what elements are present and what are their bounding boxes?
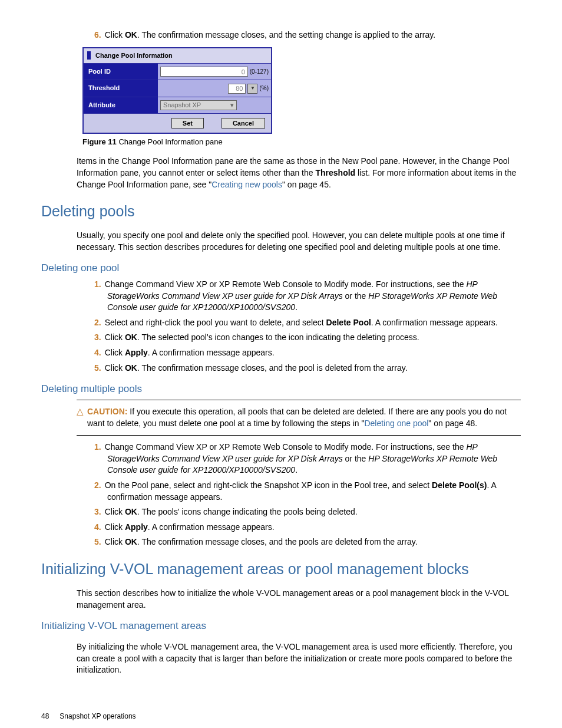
- step-number: 6.: [94, 30, 101, 39]
- ok-bold: OK: [125, 30, 137, 39]
- deleting-one-pool-steps: 1.Change Command View XP or XP Remote We…: [94, 279, 521, 374]
- intro-bold: Threshold: [315, 168, 355, 177]
- deleting-multiple-pools-steps: 1.Change Command View XP or XP Remote We…: [94, 442, 521, 548]
- step-text-a: Click: [105, 30, 125, 39]
- label-threshold: Threshold: [84, 80, 158, 96]
- threshold-unit: (%): [259, 84, 269, 93]
- t: Click: [105, 522, 125, 532]
- attribute-value: Snapshot XP: [163, 101, 201, 110]
- ok-bold: OK: [125, 537, 137, 546]
- init-vvol-desc: By initializing the whole V-VOL manageme…: [77, 641, 521, 676]
- t: . A confirmation message appears.: [371, 318, 498, 327]
- row-pool-id: Pool ID (0-127): [84, 64, 271, 80]
- subsection-deleting-multiple-pools: Deleting multiple pools: [41, 382, 521, 396]
- list-item: 3.Click OK. The pools' icons change indi…: [94, 506, 521, 518]
- field-pool-id: (0-127): [158, 64, 271, 80]
- initializing-desc: This section describes how to initialize…: [77, 588, 521, 611]
- deleting-pools-desc: Usually, you specify one pool and delete…: [77, 230, 521, 253]
- change-pool-info-dialog: Change Pool Information Pool ID (0-127) …: [82, 47, 272, 134]
- step-6: 6.Click OK. The confirmation message clo…: [94, 29, 521, 41]
- step-number: 2.: [94, 480, 101, 490]
- row-attribute: Attribute Snapshot XP ▾: [84, 97, 271, 114]
- subsection-init-vvol-areas: Initializing V-VOL management areas: [41, 619, 521, 633]
- t: or the: [343, 454, 369, 463]
- figure-number: Figure 11: [82, 137, 117, 146]
- caution-text: CAUTION: If you execute this operation, …: [87, 406, 521, 429]
- list-item: 4.Click Apply. A confirmation message ap…: [94, 347, 521, 359]
- label-attribute: Attribute: [84, 97, 158, 113]
- t: On the Pool pane, select and right-click…: [105, 480, 432, 490]
- label-pool-id: Pool ID: [84, 64, 158, 80]
- list-item: 2.Select and right-click the pool you wa…: [94, 317, 521, 329]
- t: .: [295, 465, 297, 475]
- step-number: 2.: [94, 318, 101, 327]
- dialog-button-row: Set Cancel: [84, 114, 271, 133]
- section-deleting-pools: Deleting pools: [41, 201, 521, 222]
- intro-c: " on page 45.: [282, 180, 331, 189]
- section-initializing-vvol: Initializing V-VOL management areas or p…: [41, 559, 521, 579]
- apply-bold: Apply: [125, 522, 148, 532]
- row-threshold: Threshold ▼ (%): [84, 80, 271, 97]
- subsection-deleting-one-pool: Deleting one pool: [41, 261, 521, 275]
- ok-bold: OK: [125, 332, 137, 342]
- step-number: 1.: [94, 279, 101, 289]
- set-button[interactable]: Set: [171, 118, 204, 129]
- threshold-input[interactable]: [228, 84, 246, 94]
- rule: [77, 400, 521, 400]
- field-threshold: ▼ (%): [158, 80, 271, 96]
- pool-id-input: [160, 67, 248, 77]
- apply-bold: Apply: [125, 348, 148, 357]
- t: . The confirmation message closes, and t…: [137, 363, 408, 373]
- t: or the: [343, 291, 369, 301]
- dialog-title: Change Pool Information: [95, 51, 173, 60]
- list-item: 2.On the Pool pane, select and right-cli…: [94, 480, 521, 503]
- t: Click: [105, 507, 125, 516]
- t: Click: [105, 363, 125, 373]
- delete-pools-bold: Delete Pool(s): [432, 480, 487, 490]
- rule: [77, 435, 521, 436]
- page-number: 48: [41, 711, 49, 722]
- figure-caption-text: Change Pool Information pane: [117, 137, 223, 146]
- caution-block: △ CAUTION: If you execute this operation…: [77, 403, 521, 433]
- t: Change Command View XP or XP Remote Web …: [105, 442, 467, 452]
- list-item: 5.Click OK. The confirmation message clo…: [94, 536, 521, 548]
- t: Click: [105, 537, 125, 546]
- step-text-b: . The confirmation message closes, and t…: [137, 30, 435, 39]
- t: " on page 48.: [428, 419, 477, 428]
- intro-paragraph: Items in the Change Pool Information pan…: [77, 156, 521, 190]
- step-number: 4.: [94, 522, 101, 532]
- creating-new-pools-link[interactable]: Creating new pools: [211, 180, 282, 189]
- list-item: 4.Click Apply. A confirmation message ap…: [94, 522, 521, 533]
- t: . The pools' icons change indicating the…: [137, 507, 358, 516]
- attribute-select: Snapshot XP ▾: [160, 100, 237, 110]
- t: .: [295, 302, 297, 312]
- title-bar-accent: [87, 51, 91, 60]
- pool-id-range: (0-127): [250, 68, 269, 76]
- warning-icon: △: [77, 406, 84, 429]
- step-number: 3.: [94, 332, 101, 342]
- dialog-title-bar: Change Pool Information: [84, 48, 271, 64]
- t: . A confirmation message appears.: [148, 348, 275, 357]
- deleting-one-pool-link[interactable]: Deleting one pool: [364, 419, 428, 428]
- t: Click: [105, 348, 125, 357]
- threshold-dropdown-icon[interactable]: ▼: [247, 84, 257, 94]
- step-number: 4.: [94, 348, 101, 357]
- field-attribute: Snapshot XP ▾: [158, 97, 271, 113]
- footer-title: Snapshot XP operations: [59, 711, 135, 722]
- delete-pool-bold: Delete Pool: [326, 318, 371, 327]
- figure-caption: Figure 11 Change Pool Information pane: [82, 137, 521, 147]
- step-number: 5.: [94, 537, 101, 546]
- step-number: 1.: [94, 442, 101, 452]
- list-item: 5.Click OK. The confirmation message clo…: [94, 363, 521, 374]
- t: . A confirmation message appears.: [148, 522, 275, 532]
- t: Change Command View XP or XP Remote Web …: [105, 279, 467, 289]
- list-item: 3.Click OK. The selected pool's icon cha…: [94, 332, 521, 344]
- page-footer: 48 Snapshot XP operations: [41, 711, 521, 722]
- list-item: 1.Change Command View XP or XP Remote We…: [94, 442, 521, 476]
- t: . The confirmation message closes, and t…: [137, 537, 418, 546]
- cancel-button[interactable]: Cancel: [222, 118, 265, 129]
- ok-bold: OK: [125, 363, 137, 373]
- ok-bold: OK: [125, 507, 137, 516]
- t: . The selected pool's icon changes to th…: [137, 332, 419, 342]
- chevron-down-icon: ▾: [230, 101, 234, 110]
